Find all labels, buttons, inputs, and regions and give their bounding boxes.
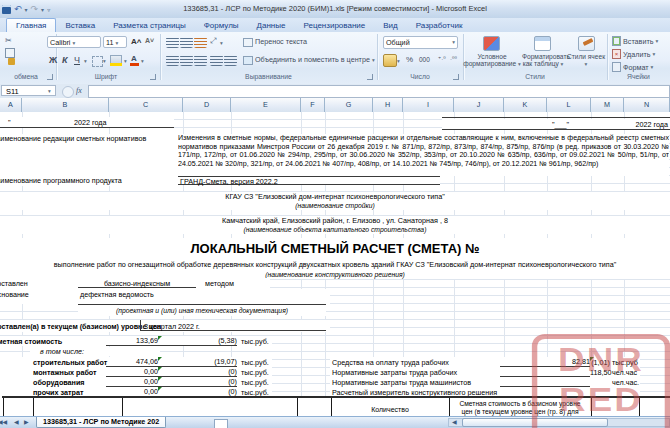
name-box-caret-icon[interactable]: ▾: [48, 88, 51, 94]
basis-label: Основание: [0, 290, 29, 299]
decrease-indent-icon[interactable]: [210, 55, 223, 66]
wrap-text-icon[interactable]: [243, 38, 253, 47]
format-as-table-icon[interactable]: [534, 36, 551, 51]
delete-cells-button[interactable]: × Удалить▾: [612, 49, 655, 59]
font-family-combo[interactable]: Calibri ▾: [47, 36, 101, 48]
increase-decimal-icon[interactable]: ⁺·⁰: [438, 55, 446, 62]
insert-cells-button[interactable]: Вставить▾: [612, 36, 658, 46]
method-row: Составлен базисно-индексным методом: [0, 278, 270, 289]
align-left-icon[interactable]: [166, 55, 179, 66]
cell-styles-button[interactable]: Стили ячеек ▾: [566, 53, 606, 69]
insert-worksheet-icon[interactable]: [214, 419, 228, 428]
comma-style-button[interactable]: 000: [419, 56, 430, 63]
align-middle-icon[interactable]: [180, 37, 193, 48]
tab-dannye[interactable]: Данные: [248, 19, 295, 32]
italic-button[interactable]: К: [62, 55, 68, 65]
number-group-label: Число: [377, 72, 463, 82]
alignment-group-label: Выравнивание: [160, 72, 377, 82]
decrease-decimal-icon[interactable]: ·⁰⁰: [450, 55, 457, 62]
merge-center-button[interactable]: Объединить и поместить в центре ▾: [255, 55, 375, 64]
align-bottom-icon[interactable]: [194, 37, 207, 48]
formula-options-icon[interactable]: [62, 86, 74, 98]
column-header-n[interactable]: N: [624, 98, 670, 112]
next-sheet-icon[interactable]: ▶: [24, 417, 29, 428]
column-header-i[interactable]: I: [403, 98, 454, 112]
cost-unit: тыс.руб.: [241, 358, 269, 367]
undo-caret-icon[interactable]: ▾: [25, 6, 28, 13]
wrap-text-button[interactable]: Перенос текста: [255, 37, 307, 46]
column-header-b[interactable]: B: [22, 98, 109, 112]
cost-base-cell: (0): [158, 377, 237, 387]
date-year: 2022 года: [74, 118, 106, 127]
borders-button-icon[interactable]: [92, 56, 103, 67]
orientation-icon[interactable]: ⤢: [210, 36, 216, 46]
excel-window: 133685,31 - ЛСР по Методике 2020 (БИМ)1.…: [0, 0, 670, 428]
fill-color-bar-icon: [110, 63, 122, 66]
column-header-l[interactable]: L: [547, 98, 591, 112]
accounting-format-icon[interactable]: [383, 54, 397, 67]
tab-razmetka[interactable]: Разметка страницы: [104, 19, 195, 32]
redo-caret-icon[interactable]: ▾: [41, 6, 44, 13]
borders-caret-icon[interactable]: ▾: [103, 58, 106, 64]
font-color-icon[interactable]: А: [131, 54, 137, 63]
grow-font-icon[interactable]: A˄: [131, 37, 141, 46]
column-header-g[interactable]: G: [325, 98, 373, 112]
cut-icon[interactable]: ✂: [5, 36, 12, 45]
align-top-icon[interactable]: [166, 37, 179, 48]
number-dialog-launcher-icon[interactable]: [453, 74, 459, 80]
redo-icon[interactable]: ↷: [31, 5, 39, 14]
percent-style-button[interactable]: %: [406, 55, 413, 64]
ribbon: ✂ обмена Calibri ▾ 11 ▾ A˄ A˅ Ж К Ч ▾ ▾ …: [0, 32, 670, 85]
bold-button[interactable]: Ж: [49, 55, 57, 65]
font-dialog-launcher-icon[interactable]: [150, 74, 156, 80]
table-border: [33, 398, 34, 416]
merge-center-icon[interactable]: [243, 56, 253, 65]
shrink-font-icon[interactable]: A˅: [145, 37, 154, 44]
accounting-caret-icon[interactable]: ▾: [397, 58, 400, 64]
tab-vid[interactable]: Вид: [374, 19, 406, 32]
scroll-left-icon[interactable]: ◀: [452, 417, 457, 428]
column-header-e[interactable]: E: [231, 98, 301, 112]
font-size-combo[interactable]: 11 ▾: [103, 36, 127, 48]
save-icon[interactable]: [2, 5, 11, 14]
number-format-combo[interactable]: Общий▾: [383, 36, 458, 49]
copy-icon[interactable]: [5, 48, 15, 58]
format-painter-icon[interactable]: [8, 58, 15, 65]
qat-customize-icon[interactable]: ▿: [47, 6, 50, 13]
column-header-a[interactable]: A: [0, 98, 22, 112]
column-header-k[interactable]: K: [504, 98, 547, 112]
sheet-tab-active[interactable]: 133685,31 - ЛСР по Методике 202: [36, 417, 166, 428]
align-center-icon[interactable]: [180, 55, 193, 66]
clipboard-dialog-launcher-icon[interactable]: [47, 74, 53, 80]
fill-color-caret-icon[interactable]: ▾: [124, 58, 127, 64]
undo-icon[interactable]: ↶: [14, 5, 22, 14]
increase-indent-icon[interactable]: [224, 55, 237, 66]
formula-input[interactable]: [88, 85, 670, 98]
total-row: Сметная стоимость 133,69 (5,38) тыс.руб.: [0, 336, 272, 346]
font-color-caret-icon[interactable]: ▾: [141, 58, 144, 64]
align-right-icon[interactable]: [194, 55, 207, 66]
insert-function-button[interactable]: fx: [76, 86, 82, 95]
format-cells-button[interactable]: Формат▾: [612, 62, 653, 72]
conditional-formatting-button[interactable]: Условное форматирование ▾: [463, 53, 521, 69]
prev-sheet-icon[interactable]: ◀: [14, 417, 19, 428]
conditional-formatting-icon[interactable]: [483, 36, 500, 51]
tab-recenzirovanie[interactable]: Рецензирование: [294, 19, 374, 32]
underline-button[interactable]: Ч: [74, 55, 80, 65]
orientation-caret-icon[interactable]: ▾: [220, 40, 223, 46]
format-as-table-button[interactable]: Форматировать как таблицу ▾: [522, 53, 564, 69]
column-header-j[interactable]: J: [454, 98, 504, 112]
alignment-dialog-launcher-icon[interactable]: [367, 74, 373, 80]
column-header-h[interactable]: H: [373, 98, 403, 112]
column-header-c[interactable]: C: [109, 98, 183, 112]
tab-formuly[interactable]: Формулы: [195, 19, 248, 32]
tab-razrabotchik[interactable]: Разработчик: [407, 19, 472, 32]
column-header-m[interactable]: M: [591, 98, 624, 112]
tab-glavnaya[interactable]: Главная: [6, 18, 56, 32]
first-sheet-icon[interactable]: ◀◀: [0, 417, 7, 428]
underline-caret-icon[interactable]: ▾: [84, 58, 87, 64]
cost-base-cell: (19,07): [158, 357, 237, 367]
column-header-d[interactable]: D: [183, 98, 231, 112]
column-header-f[interactable]: F: [301, 98, 325, 112]
tab-vstavka[interactable]: Вставка: [56, 19, 104, 32]
